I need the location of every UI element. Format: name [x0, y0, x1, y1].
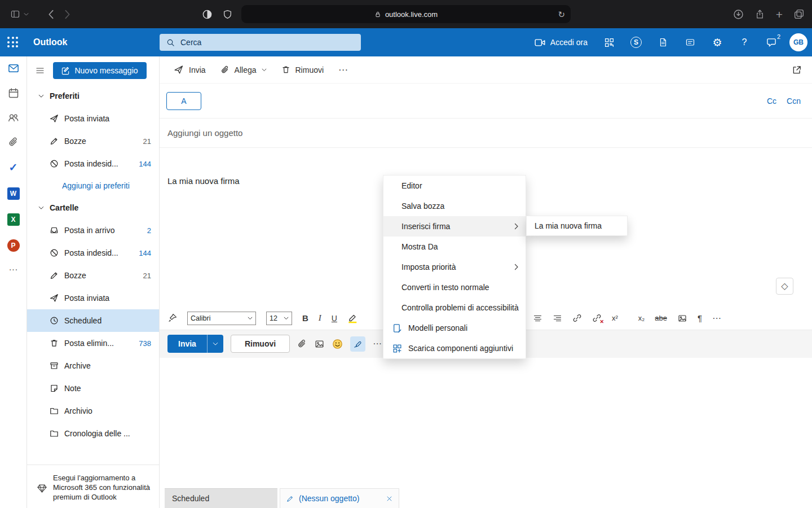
office-docs-button[interactable]: [650, 28, 677, 56]
more-apps-icon[interactable]: ···: [9, 265, 18, 274]
subject-input[interactable]: Aggiungi un oggetto: [160, 119, 812, 148]
folder-item-inbox[interactable]: Posta in arrivo 2: [27, 219, 159, 242]
feedback-button[interactable]: 2: [758, 28, 785, 56]
remove-toolbar-button[interactable]: Rimuovi: [275, 62, 330, 78]
attach-toolbar-button[interactable]: Allega: [214, 62, 273, 78]
share-icon[interactable]: [755, 9, 765, 20]
folder-item-junk-fav[interactable]: Posta indesid... 144: [27, 152, 159, 175]
more-options-icon[interactable]: ···: [332, 62, 354, 78]
menu-item-accessibilita[interactable]: Controlla problemi di accessibilità: [383, 297, 526, 318]
folder-item-sent-fav[interactable]: Posta inviata: [27, 107, 159, 130]
more-formatting-icon[interactable]: ···: [712, 314, 721, 323]
calendar-icon[interactable]: [8, 87, 19, 99]
folder-item-cronologia[interactable]: Cronologia delle ...: [27, 422, 159, 445]
menu-item-salva-bozza[interactable]: Salva bozza: [383, 196, 526, 216]
downloads-icon[interactable]: [733, 9, 744, 20]
font-size-select[interactable]: 12: [266, 312, 292, 325]
back-icon[interactable]: [48, 10, 54, 19]
subscript-button[interactable]: x₂: [638, 314, 645, 322]
paragraph-marks-icon[interactable]: ¶: [698, 314, 702, 322]
excel-icon[interactable]: X: [7, 213, 20, 226]
align-center-icon[interactable]: [533, 314, 542, 323]
folders-section-header[interactable]: Cartelle: [27, 196, 159, 219]
superscript-button[interactable]: x²: [612, 314, 618, 322]
highlighter-icon[interactable]: [347, 313, 358, 323]
discard-button[interactable]: Rimuovi: [231, 335, 290, 353]
powerpoint-icon[interactable]: P: [7, 239, 20, 252]
favorites-section-header[interactable]: Preferiti: [27, 85, 159, 107]
cc-button[interactable]: Cc: [767, 97, 776, 106]
menu-item-inserisci-firma[interactable]: Inserisci firma: [383, 216, 526, 237]
tab-draft-active[interactable]: (Nessun oggetto): [280, 488, 399, 508]
menu-item-editor[interactable]: Editor: [383, 176, 526, 196]
folder-item-archive[interactable]: Archive: [27, 354, 159, 377]
more-actions-icon[interactable]: ···: [373, 339, 382, 348]
font-name-select[interactable]: Calibri: [187, 312, 256, 325]
chevron-down-icon[interactable]: [24, 12, 29, 16]
signin-button[interactable]: Accedi ora: [527, 28, 595, 56]
mail-icon[interactable]: [7, 63, 20, 74]
todo-icon[interactable]: ✓: [9, 161, 18, 174]
menu-item-componenti-aggiuntivi[interactable]: Scarica componenti aggiuntivi: [383, 338, 526, 358]
address-bar[interactable]: outlook.live.com ↻: [241, 5, 571, 23]
skype-button[interactable]: S: [623, 28, 650, 56]
new-tab-icon[interactable]: +: [776, 8, 783, 20]
people-icon[interactable]: [7, 112, 19, 123]
new-message-button[interactable]: Nuovo messaggio: [53, 62, 147, 79]
attach-file-icon[interactable]: [297, 339, 307, 349]
tab-overview-icon[interactable]: [794, 9, 804, 19]
help-button[interactable]: ?: [731, 28, 758, 56]
send-options-dropdown[interactable]: [207, 335, 223, 353]
italic-button[interactable]: I: [319, 313, 321, 323]
bcc-button[interactable]: Ccn: [787, 97, 801, 106]
insert-picture-icon[interactable]: [314, 339, 325, 349]
folder-item-drafts-fav[interactable]: Bozze 21: [27, 130, 159, 152]
bold-button[interactable]: B: [302, 313, 308, 323]
insert-image-icon[interactable]: [677, 314, 687, 323]
folder-item-scheduled[interactable]: Scheduled: [27, 309, 159, 332]
upgrade-banner[interactable]: Esegui l'aggiornamento a Microsoft 365 c…: [27, 465, 159, 508]
folder-item-deleted[interactable]: Posta elimin... 738: [27, 332, 159, 354]
close-tab-icon[interactable]: [386, 496, 392, 502]
settings-button[interactable]: ⚙: [704, 28, 731, 56]
underline-button[interactable]: U: [332, 314, 337, 323]
to-button[interactable]: A: [166, 92, 201, 110]
app-launcher-icon[interactable]: [7, 37, 19, 48]
account-button[interactable]: GB: [785, 28, 812, 56]
align-right-icon[interactable]: [553, 314, 562, 323]
forward-icon[interactable]: [64, 10, 70, 19]
word-icon[interactable]: W: [7, 187, 20, 200]
signature-submenu-item[interactable]: La mia nuova firma: [526, 216, 628, 236]
signature-pen-button[interactable]: [350, 336, 365, 352]
send-split-button[interactable]: Invia: [167, 335, 223, 353]
add-favorites-link[interactable]: Aggiungi ai preferiti: [27, 175, 159, 196]
emoji-icon[interactable]: [332, 339, 343, 349]
format-painter-icon[interactable]: [167, 313, 177, 323]
send-toolbar-button[interactable]: Invia: [167, 62, 212, 78]
reload-icon[interactable]: ↻: [558, 10, 565, 19]
open-in-new-window-icon[interactable]: [792, 65, 802, 75]
notes-button[interactable]: [677, 28, 704, 56]
menu-item-modelli-personali[interactable]: Modelli personali: [383, 318, 526, 338]
menu-item-mostra-da[interactable]: Mostra Da: [383, 237, 526, 257]
hamburger-icon[interactable]: [35, 66, 45, 75]
shield-extension-icon[interactable]: [223, 9, 232, 20]
qr-code-button[interactable]: [595, 28, 623, 56]
premium-hint-button[interactable]: ◇: [776, 278, 793, 295]
search-input[interactable]: Cerca: [160, 34, 361, 51]
send-button[interactable]: Invia: [167, 335, 207, 353]
menu-item-converti-testo[interactable]: Converti in testo normale: [383, 277, 526, 297]
dark-mode-extension-icon[interactable]: [202, 9, 213, 20]
strikethrough-button[interactable]: abe: [655, 314, 667, 322]
folder-item-sent[interactable]: Posta inviata: [27, 287, 159, 309]
menu-item-imposta-priorita[interactable]: Imposta priorità: [383, 257, 526, 277]
tab-scheduled[interactable]: Scheduled: [165, 488, 277, 508]
sidebar-toggle-icon[interactable]: [10, 10, 20, 19]
attachments-icon[interactable]: [8, 137, 19, 147]
unlink-icon[interactable]: ✕: [592, 313, 602, 323]
folder-item-note[interactable]: Note: [27, 377, 159, 400]
folder-item-archivio[interactable]: Archivio: [27, 400, 159, 422]
link-icon[interactable]: [572, 313, 582, 323]
folder-item-drafts[interactable]: Bozze 21: [27, 264, 159, 287]
folder-item-junk[interactable]: Posta indesid... 144: [27, 242, 159, 264]
